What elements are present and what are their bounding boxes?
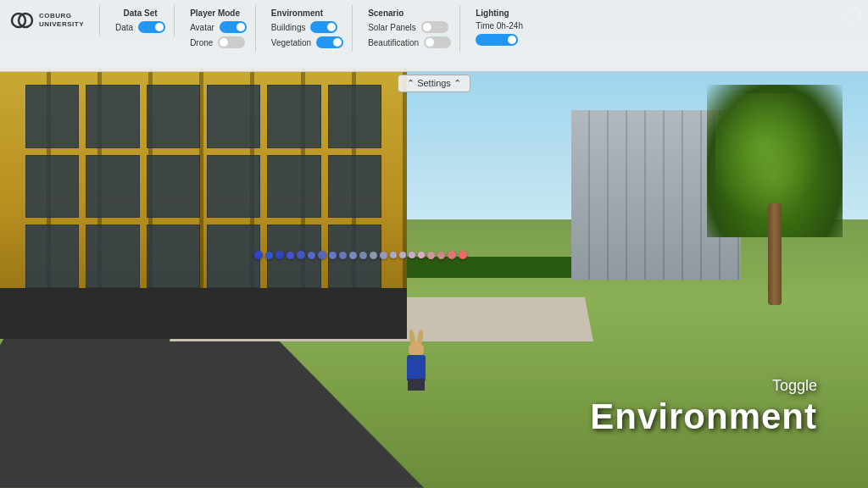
data-ball [459,251,467,259]
toggle-label: Toggle [590,377,817,395]
dataset-title: Data Set [124,8,158,18]
data-ball [359,252,367,259]
data-ball [275,251,284,259]
building-base [0,288,407,339]
window [25,155,79,219]
data-ball [418,252,425,258]
lighting-time-row: Time 0h-24h [476,21,523,30]
lighting-toggle[interactable] [476,34,518,46]
data-ball [287,252,294,259]
tree [707,85,843,305]
data-ball [297,251,305,259]
window [207,155,260,219]
buildings-toggle-row: Buildings [271,21,338,33]
window [328,155,381,219]
lighting-title: Lighting [476,8,509,18]
window [207,85,260,148]
lighting-section: Lighting Time 0h-24h [467,5,531,49]
logo-section: COBURG UNIVERSITY [7,5,100,36]
window [147,225,200,288]
beautification-label: Beautification [368,38,419,47]
dataset-toggle[interactable] [138,21,165,33]
solar-toggle[interactable] [421,21,448,33]
environment-label: Environment [590,396,817,437]
avatar-toggle-row: Avatar [190,21,247,33]
game-viewport: Toggle Environment i COBURG UNIVERSITY D… [0,0,868,488]
window [25,225,79,288]
window [147,155,200,219]
data-ball [370,252,377,259]
player-mode-section: Player Mode Avatar Drone [181,5,256,52]
tree-trunk [768,203,782,305]
main-building [0,68,407,339]
environment-section: Environment Buildings Vegetation [263,5,353,52]
coburg-logo-icon [10,8,34,32]
window [25,85,79,148]
window [86,85,139,148]
player-mode-title: Player Mode [190,8,240,18]
scenario-title: Scenario [368,8,403,18]
dataset-label: Data [115,23,133,32]
data-ball [265,252,273,259]
drone-toggle[interactable] [218,36,245,48]
drone-toggle-row: Drone [190,36,245,48]
window [267,155,320,219]
data-ball [380,252,387,259]
data-ball [329,252,337,259]
solar-label: Solar Panels [368,23,416,32]
university-name: COBURG UNIVERSITY [39,12,84,28]
window [207,225,260,288]
dataset-toggle-row: Data [115,21,165,33]
data-ball [254,251,263,259]
buildings-label: Buildings [271,23,306,32]
data-ball [308,252,315,259]
avatar-toggle[interactable] [220,21,247,33]
window [328,85,381,148]
scenario-section: Scenario Solar Panels Beautification [359,5,460,52]
lighting-toggle-row [476,34,518,46]
settings-button[interactable]: ⌃ Settings ⌃ [398,75,470,92]
solar-toggle-row: Solar Panels [368,21,448,33]
window [86,225,139,288]
beautification-toggle[interactable] [424,36,451,48]
buildings-toggle[interactable] [310,21,337,33]
avatar-body [407,355,426,380]
data-balls-container [254,247,593,263]
data-ball [448,251,456,259]
data-ball [318,251,326,259]
window [147,85,200,148]
environment-title: Environment [271,8,323,18]
avatar-legs [408,379,425,391]
vegetation-label: Vegetation [271,38,311,47]
hud-panel: COBURG UNIVERSITY Data Set Data Player M… [0,0,868,72]
window [267,85,320,148]
data-ball [437,252,445,259]
data-ball [409,252,415,258]
drone-label: Drone [190,38,213,47]
data-ball [427,252,435,259]
lighting-subtitle: Time 0h-24h [476,21,523,30]
avatar-label: Avatar [190,23,214,32]
vegetation-toggle-row: Vegetation [271,36,343,48]
toggle-environment-overlay: Toggle Environment [590,377,817,437]
avatar [399,330,433,380]
settings-label: ⌃ Settings ⌃ [407,78,461,89]
beautification-toggle-row: Beautification [368,36,451,48]
data-ball [399,252,406,258]
window [86,155,139,219]
data-ball [349,252,357,259]
vegetation-toggle[interactable] [316,36,343,48]
data-ball [339,252,347,259]
data-ball [390,252,397,258]
dataset-section: Data Set Data [107,5,175,36]
